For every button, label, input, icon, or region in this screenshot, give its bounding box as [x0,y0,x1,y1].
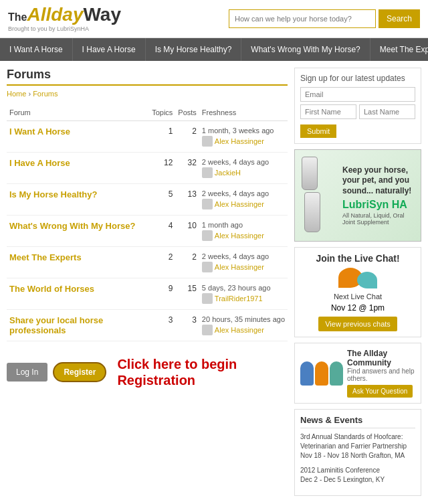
news-title: News & Events [300,415,415,428]
breadcrumb: Home › Forums [7,90,288,98]
fresh-user: Alex Hassinger [202,230,285,241]
forum-link[interactable]: Share your local horse professionals [9,315,103,335]
topic-count: 2 [149,247,175,278]
news-item: 3rd Annual Standards of Hoofcare: Veteri… [300,432,415,460]
signup-title: Sign up for our latest updates [300,74,415,83]
user-avatar [202,293,213,304]
topic-count: 3 [149,310,175,341]
live-chat-title: Join the Live Chat! [300,253,415,264]
figure-orange [315,361,328,386]
signup-box: Sign up for our latest updates Submit [294,68,421,144]
lubrisyn-supplement-tagline: All Natural, Liquid, Oral Joint Suppleme… [342,212,414,226]
nav-item-wrong[interactable]: What's Wrong With My Horse? [241,38,370,61]
figure-green [330,361,343,386]
bubble-teal [357,272,377,288]
search-input[interactable] [229,9,376,28]
col-posts: Posts [175,104,199,121]
forum-link[interactable]: What's Wrong With My Horse? [9,221,135,231]
user-avatar [202,325,213,335]
forum-link[interactable]: I Have A Horse [9,158,70,168]
community-sub: Find answers and help others. [347,367,415,382]
news-item: 2012 Laminitis ConferenceDec 2 - Dec 5 L… [300,466,415,485]
user-avatar [202,167,213,178]
col-topics: Topics [149,104,175,121]
logo-subtitle: Brought to you by LubriSynHA [8,25,121,32]
topic-count: 4 [149,216,175,247]
bottle-2 [304,192,320,232]
chat-bubbles [300,268,415,288]
username: Alex Hassinger [215,137,264,145]
nav-item-want-horse[interactable]: I Want A Horse [0,38,73,61]
freshness-cell: 2 weeks, 4 days ago JackieH [199,153,288,184]
post-count: 3 [175,310,199,341]
logo-title: TheAlldayWay [8,5,121,24]
breadcrumb-forums[interactable]: Forums [33,90,58,98]
news-items: 3rd Annual Standards of Hoofcare: Veteri… [300,432,415,485]
forum-link[interactable]: Meet The Experts [9,252,82,262]
col-forum: Forum [7,104,149,121]
table-row: Is My Horse Healthy? 5 13 2 weeks, 4 day… [7,184,288,216]
view-chats-button[interactable]: View previous chats [318,317,397,331]
nav-item-have-horse[interactable]: I Have A Horse [73,38,146,61]
live-chat-box: Join the Live Chat! Next Live Chat Nov 1… [294,247,421,337]
community-text: The Allday Community Find answers and he… [347,349,415,398]
ask-button[interactable]: Ask Your Question [347,385,413,398]
post-count: 2 [175,121,199,153]
user-avatar [202,230,213,241]
freshness-cell: 5 days, 23 hours ago TrailRider1971 [199,278,288,310]
topic-count: 9 [149,278,175,310]
community-title: The Allday Community [347,349,415,367]
sidebar: Sign up for our latest updates Submit Ke… [294,68,421,496]
lubrisyn-tagline-text: Keep your horse, your pet, and you sound… [342,165,414,197]
fresh-user: Alex Hassinger [202,136,285,147]
user-avatar [202,262,213,272]
chat-next-label: Next Live Chat [300,292,415,301]
post-count: 2 [175,247,199,278]
nav-item-healthy[interactable]: Is My Horse Healthy? [146,38,242,61]
name-row [300,104,415,122]
username: Alex Hassinger [215,263,264,271]
forums-title: Forums [7,68,288,86]
header: TheAlldayWay Brought to you by LubriSynH… [0,0,428,38]
forum-table: Forum Topics Posts Freshness I Want A Ho… [7,104,288,341]
lastname-input[interactable] [359,104,415,119]
forum-link[interactable]: The World of Horses [9,284,94,294]
login-area: Log In Register Click here to beginRegis… [7,351,288,394]
username: TrailRider1971 [215,295,263,303]
forum-tbody: I Want A Horse 1 2 1 month, 3 weeks ago … [7,121,288,341]
freshness-cell: 1 month, 3 weeks ago Alex Hassinger [199,121,288,153]
user-avatar [202,199,213,209]
topic-count: 5 [149,184,175,216]
post-count: 15 [175,278,199,310]
email-input[interactable] [300,87,415,102]
news-box: News & Events 3rd Annual Standards of Ho… [294,409,421,496]
breadcrumb-home[interactable]: Home [7,90,26,98]
lubrisyn-text: Keep your horse, your pet, and you sound… [342,165,414,226]
login-button[interactable]: Log In [7,363,47,382]
user-avatar [202,136,213,147]
search-area: Search [229,9,420,28]
col-freshness: Freshness [199,104,288,121]
register-button[interactable]: Register [53,362,106,382]
post-count: 13 [175,184,199,216]
nav-item-experts[interactable]: Meet The Experts [370,38,428,61]
table-row: I Have A Horse 12 32 2 weeks, 4 days ago… [7,153,288,184]
forum-link[interactable]: Is My Horse Healthy? [9,189,98,199]
username: Alex Hassinger [215,232,264,240]
lubrisyn-banner: Keep your horse, your pet, and you sound… [294,149,421,242]
username: Alex Hassinger [215,200,264,208]
search-button[interactable]: Search [379,9,420,28]
firstname-input[interactable] [300,104,356,119]
post-count: 32 [175,153,199,184]
lubrisyn-bottles [302,157,338,234]
forum-link[interactable]: I Want A Horse [9,127,70,137]
chat-date: Nov 12 @ 1pm [300,303,415,313]
freshness-cell: 1 month ago Alex Hassinger [199,216,288,247]
main-nav: I Want A Horse I Have A Horse Is My Hors… [0,38,428,61]
submit-button[interactable]: Submit [300,124,336,138]
fresh-user: Alex Hassinger [202,325,285,335]
post-count: 10 [175,216,199,247]
fresh-user: Alex Hassinger [202,262,285,272]
username: JackieH [215,169,241,177]
community-box: The Allday Community Find answers and he… [294,343,421,404]
